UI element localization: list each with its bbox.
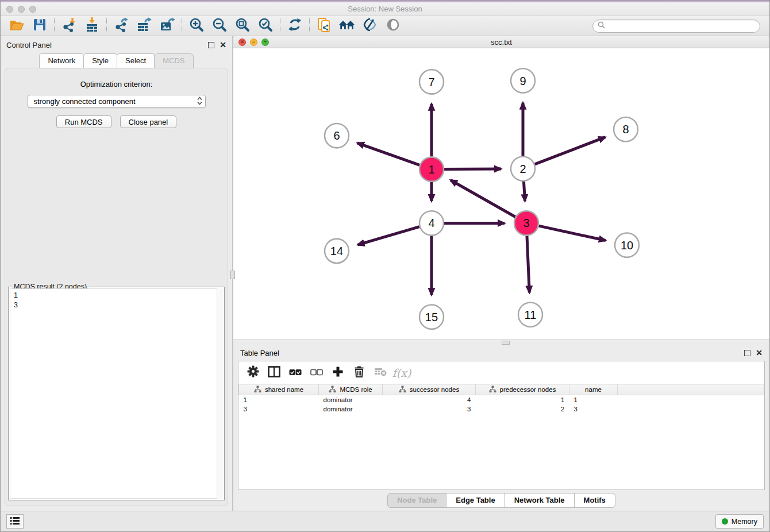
control-panel-tabs: NetworkStyleSelectMCDS [1,53,232,68]
tab-mcds[interactable]: MCDS [155,53,193,68]
table-cell[interactable]: dominator [319,395,383,404]
table-cell[interactable]: 3 [383,404,476,414]
table-cell[interactable]: 1 [239,395,319,404]
table-cell[interactable]: 3 [569,404,618,414]
column-header-shared-name[interactable]: shared name [239,384,319,395]
result-scrollbar[interactable] [217,288,223,499]
export-image-button[interactable] [156,17,179,34]
deselect-all-button[interactable] [308,364,325,381]
apply-layout-button[interactable] [283,17,306,34]
zoom-in-button[interactable] [185,17,208,34]
svg-text:15: 15 [425,311,438,323]
edge-2-3[interactable] [523,182,525,201]
export-table-button[interactable] [133,17,156,34]
graph-node-2[interactable]: 2 [511,156,535,180]
graph-node-9[interactable]: 9 [511,68,535,92]
add-column-button[interactable] [329,364,346,381]
graph-node-8[interactable]: 8 [614,117,638,141]
graph-node-15[interactable]: 15 [419,305,444,329]
criterion-select[interactable]: strongly connected component [28,95,206,108]
function-builder-button[interactable]: f(x) [393,364,410,381]
import-network-button[interactable] [57,17,80,34]
select-all-button[interactable] [287,364,304,381]
zoom-in-icon [189,17,204,34]
graph-node-14[interactable]: 14 [325,239,349,263]
network-graph[interactable]: 1234678910111415 [233,48,769,340]
float-table-panel-icon[interactable] [744,350,750,356]
tab-node-table[interactable]: Node Table [387,493,446,508]
horizontal-splitter[interactable] [233,340,769,345]
table-panel: Table Panel ✕ f(x) [233,345,769,511]
graph-node-4[interactable]: 4 [419,211,444,235]
graph-node-3[interactable]: 3 [514,211,538,235]
run-mcds-button[interactable]: Run MCDS [56,115,111,128]
save-session-button[interactable] [28,17,51,34]
hide-details-button[interactable] [359,17,382,34]
table-toolbar: f(x) [238,361,764,384]
table-settings-button[interactable] [244,364,261,381]
tab-edge-table[interactable]: Edge Table [446,493,505,508]
graph-node-1[interactable]: 1 [419,157,444,181]
vertical-splitter-handle[interactable] [230,271,235,279]
mcds-result-list[interactable]: 13 [10,288,223,499]
tab-select[interactable]: Select [117,53,155,68]
table-cell[interactable]: 3 [239,404,319,414]
table-cell[interactable]: 2 [476,404,569,414]
close-panel-button[interactable]: Close panel [120,115,177,128]
node-table[interactable]: shared nameMCDS rolesuccessor nodesprede… [238,384,764,414]
home-button[interactable] [336,17,359,34]
result-line: 1 [14,291,219,300]
column-header-name[interactable]: name [569,384,618,395]
export-network-button[interactable] [110,17,133,34]
table-header-row[interactable]: shared nameMCDS rolesuccessor nodesprede… [239,384,764,395]
zoom-selected-button[interactable] [254,17,277,34]
edge-3-1[interactable] [451,180,515,217]
zoom-fit-button[interactable] [231,17,254,34]
memory-button[interactable]: Memory [715,514,764,529]
edge-2-8[interactable] [535,137,606,164]
toggle-details-button[interactable] [382,17,405,34]
graph-node-10[interactable]: 10 [615,233,639,257]
table-cell[interactable]: 1 [569,395,618,404]
column-header-MCDS-role[interactable]: MCDS role [319,384,383,395]
edge-3-11[interactable] [527,236,529,293]
table-row[interactable]: 1dominator411 [239,395,764,404]
column-header-successor-nodes[interactable]: successor nodes [383,384,476,395]
table-cell[interactable]: dominator [319,404,383,414]
edge-1-2[interactable] [444,169,501,169]
open-session-button[interactable] [5,17,28,34]
tab-network-table[interactable]: Network Table [505,493,575,508]
network-canvas[interactable]: 1234678910111415 [233,48,769,340]
edge-1-6[interactable] [357,143,419,165]
graph-node-6[interactable]: 6 [325,124,349,148]
status-menu-button[interactable] [6,514,24,529]
delete-button[interactable] [351,364,368,381]
table-cell[interactable]: 4 [383,395,476,404]
horizontal-splitter-handle[interactable] [502,341,510,345]
table-cell[interactable]: 1 [476,395,569,404]
network-maximize-button[interactable]: + [261,38,269,46]
edge-3-10[interactable] [538,226,605,240]
tab-style[interactable]: Style [84,53,117,68]
import-table-button[interactable] [80,17,103,34]
import-table-icon [84,17,99,34]
zoom-out-button[interactable] [208,17,231,34]
column-header-predecessor-nodes[interactable]: predecessor nodes [476,384,569,395]
delete-table-button[interactable] [372,364,389,381]
home-icon [338,18,356,34]
close-panel-icon[interactable]: ✕ [220,42,226,48]
network-close-button[interactable]: ✕ [238,38,246,46]
graph-node-7[interactable]: 7 [419,70,444,94]
table-row[interactable]: 3dominator323 [239,404,764,414]
graph-node-11[interactable]: 11 [518,302,542,326]
network-file-button[interactable] [313,17,336,34]
tab-motifs[interactable]: Motifs [575,493,615,508]
float-panel-icon[interactable] [208,42,214,48]
search-field[interactable] [592,20,760,33]
edge-4-14[interactable] [357,227,419,245]
network-minimize-button[interactable]: − [250,38,257,46]
close-table-panel-icon[interactable]: ✕ [756,350,763,356]
tab-network[interactable]: Network [39,53,84,68]
search-input[interactable] [608,22,755,30]
column-visibility-button[interactable] [265,364,283,381]
